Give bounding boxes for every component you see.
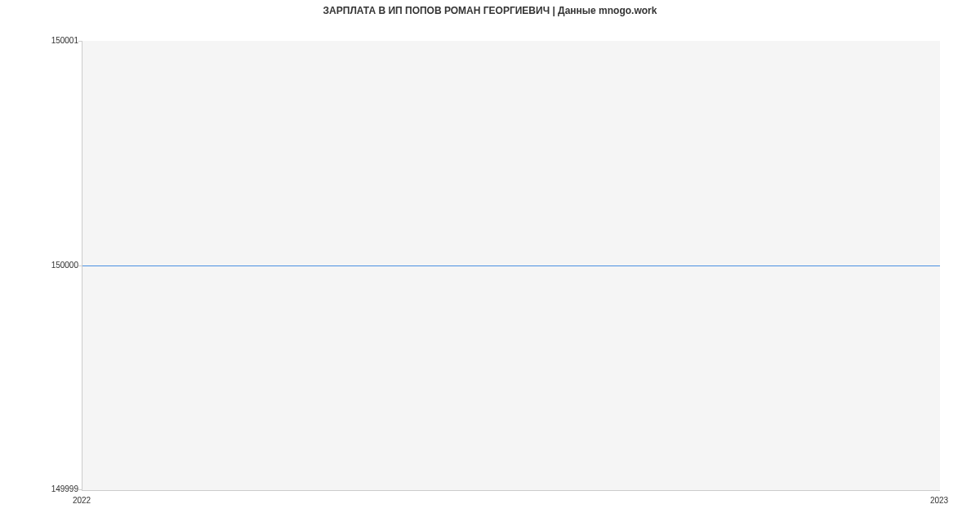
salary-chart: ЗАРПЛАТА В ИП ПОПОВ РОМАН ГЕОРГИЕВИЧ | Д… [0,0,980,531]
plot-area [82,41,940,491]
x-tick-label: 2022 [65,497,98,505]
y-tick-label: 149999 [29,485,78,493]
data-line [82,266,940,266]
y-tick-label: 150000 [29,261,78,270]
y-tick-label: 150001 [29,37,78,45]
x-tick-label: 2023 [923,497,956,505]
chart-title: ЗАРПЛАТА В ИП ПОПОВ РОМАН ГЕОРГИЕВИЧ | Д… [0,5,980,16]
